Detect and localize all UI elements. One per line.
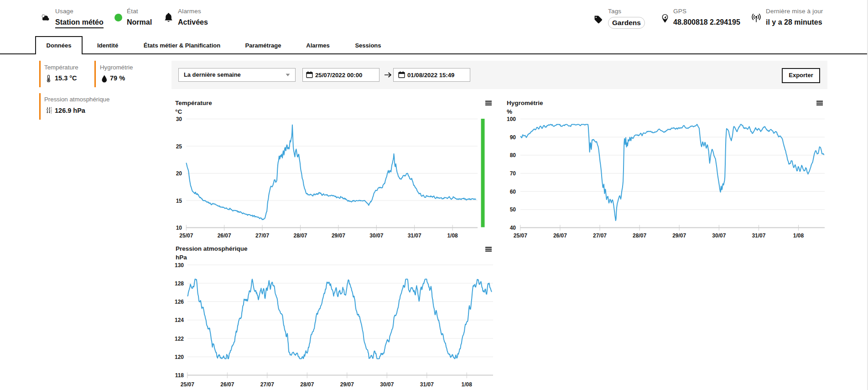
svg-text:60: 60 xyxy=(510,189,516,195)
svg-text:27/07: 27/07 xyxy=(255,232,269,239)
svg-text:31/07: 31/07 xyxy=(420,381,434,388)
svg-text:26/07: 26/07 xyxy=(553,232,567,239)
svg-text:29/07: 29/07 xyxy=(672,232,686,239)
svg-text:Pression atmosphérique: Pression atmosphérique xyxy=(176,245,248,252)
svg-text:1/08: 1/08 xyxy=(447,232,458,239)
svg-text:°C: °C xyxy=(175,108,182,115)
svg-text:26/07: 26/07 xyxy=(218,232,231,239)
svg-text:hPa: hPa xyxy=(176,254,187,261)
svg-text:50: 50 xyxy=(510,206,516,213)
svg-text:28/07: 28/07 xyxy=(293,232,307,239)
svg-text:10: 10 xyxy=(176,225,182,231)
svg-text:29/07: 29/07 xyxy=(332,232,345,239)
svg-text:124: 124 xyxy=(175,317,184,323)
svg-text:20: 20 xyxy=(176,170,182,177)
svg-text:30/07: 30/07 xyxy=(712,232,726,239)
svg-text:126: 126 xyxy=(175,299,184,305)
svg-text:1/08: 1/08 xyxy=(462,381,473,388)
svg-text:28/07: 28/07 xyxy=(300,381,314,388)
svg-text:25/07: 25/07 xyxy=(514,232,527,239)
svg-text:30/07: 30/07 xyxy=(380,381,394,388)
svg-text:40: 40 xyxy=(510,225,516,231)
svg-text:130: 130 xyxy=(175,262,184,269)
svg-text:15: 15 xyxy=(176,198,182,204)
svg-text:100: 100 xyxy=(507,116,516,122)
svg-text:118: 118 xyxy=(175,372,184,379)
svg-text:1/08: 1/08 xyxy=(793,232,804,239)
svg-text:26/07: 26/07 xyxy=(220,381,234,388)
svg-text:120: 120 xyxy=(175,354,184,360)
svg-text:25: 25 xyxy=(176,143,182,150)
svg-text:128: 128 xyxy=(175,280,184,287)
svg-text:29/07: 29/07 xyxy=(340,381,354,388)
svg-text:Température: Température xyxy=(175,100,212,106)
svg-text:%: % xyxy=(507,108,512,115)
svg-text:27/07: 27/07 xyxy=(593,232,607,239)
svg-text:31/07: 31/07 xyxy=(752,232,765,239)
svg-text:25/07: 25/07 xyxy=(179,232,193,239)
svg-text:30: 30 xyxy=(176,116,182,122)
svg-text:27/07: 27/07 xyxy=(260,381,274,388)
svg-text:30/07: 30/07 xyxy=(369,232,383,239)
svg-text:Hygrométrie: Hygrométrie xyxy=(507,100,543,106)
svg-text:90: 90 xyxy=(510,134,516,141)
svg-text:70: 70 xyxy=(510,170,516,177)
svg-text:31/07: 31/07 xyxy=(408,232,421,239)
svg-text:28/07: 28/07 xyxy=(633,232,646,239)
svg-text:25/07: 25/07 xyxy=(181,381,194,388)
svg-text:122: 122 xyxy=(175,336,184,342)
svg-text:80: 80 xyxy=(510,152,516,158)
